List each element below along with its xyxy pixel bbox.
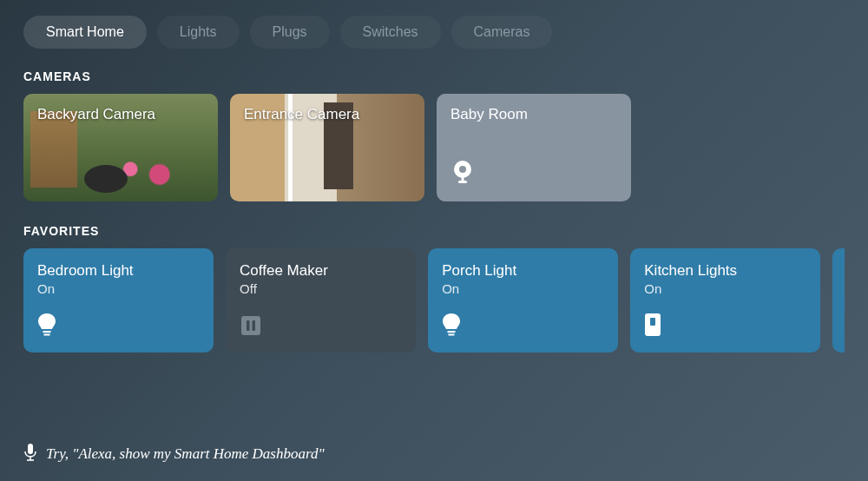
tab-lights[interactable]: Lights — [157, 16, 240, 49]
section-title-favorites: FAVORITES — [0, 219, 868, 248]
camera-icon — [450, 160, 475, 189]
plug-icon — [240, 314, 262, 340]
favorite-name: Bedroom Light — [37, 262, 200, 280]
favorite-card-coffee-maker[interactable]: Coffee Maker Off — [226, 248, 416, 353]
favorites-row: Bedroom Light On Coffee Maker Off Porch … — [0, 248, 868, 370]
svg-rect-10 — [449, 334, 455, 336]
bulb-icon — [442, 313, 461, 340]
svg-rect-9 — [448, 331, 456, 333]
svg-rect-3 — [462, 177, 464, 181]
category-tabs: Smart Home Lights Plugs Switches Cameras — [0, 0, 868, 64]
svg-rect-8 — [253, 320, 256, 331]
svg-rect-4 — [43, 331, 51, 333]
tab-plugs[interactable]: Plugs — [250, 16, 330, 49]
switch-icon — [644, 313, 661, 340]
voice-hint: Try, "Alexa, show my Smart Home Dashboar… — [23, 443, 325, 465]
section-title-cameras: CAMERAS — [0, 64, 868, 94]
camera-label: Baby Room — [450, 106, 528, 123]
tab-smart-home[interactable]: Smart Home — [23, 16, 147, 49]
bulb-icon — [37, 313, 56, 340]
favorite-name: Coffee Maker — [240, 262, 402, 280]
svg-rect-13 — [28, 444, 33, 454]
favorite-card-overflow[interactable] — [832, 248, 845, 353]
svg-rect-7 — [247, 320, 250, 331]
camera-label: Backyard Camera — [37, 106, 155, 123]
svg-rect-12 — [650, 318, 655, 326]
favorite-card-bedroom-light[interactable]: Bedroom Light On — [23, 248, 214, 353]
tab-switches[interactable]: Switches — [340, 16, 441, 49]
mic-icon — [23, 443, 37, 465]
voice-hint-text: Try, "Alexa, show my Smart Home Dashboar… — [46, 445, 325, 463]
favorite-status: On — [644, 281, 806, 296]
camera-card-entrance[interactable]: Entrance Camera — [230, 94, 424, 201]
cameras-row: Backyard Camera Entrance Camera Baby Roo… — [0, 94, 868, 219]
camera-card-backyard[interactable]: Backyard Camera — [23, 94, 218, 201]
favorite-card-kitchen-lights[interactable]: Kitchen Lights On — [630, 248, 820, 353]
tab-cameras[interactable]: Cameras — [451, 16, 553, 49]
favorite-status: On — [442, 281, 604, 296]
svg-point-1 — [459, 166, 466, 173]
favorite-card-porch-light[interactable]: Porch Light On — [428, 248, 618, 353]
camera-card-baby-room[interactable]: Baby Room — [437, 94, 631, 201]
svg-rect-6 — [241, 316, 260, 335]
favorite-name: Kitchen Lights — [644, 262, 806, 280]
favorite-name: Porch Light — [442, 262, 604, 280]
favorite-status: Off — [240, 281, 402, 296]
camera-label: Entrance Camera — [244, 106, 359, 123]
svg-rect-5 — [44, 334, 50, 336]
favorite-status: On — [37, 281, 200, 296]
